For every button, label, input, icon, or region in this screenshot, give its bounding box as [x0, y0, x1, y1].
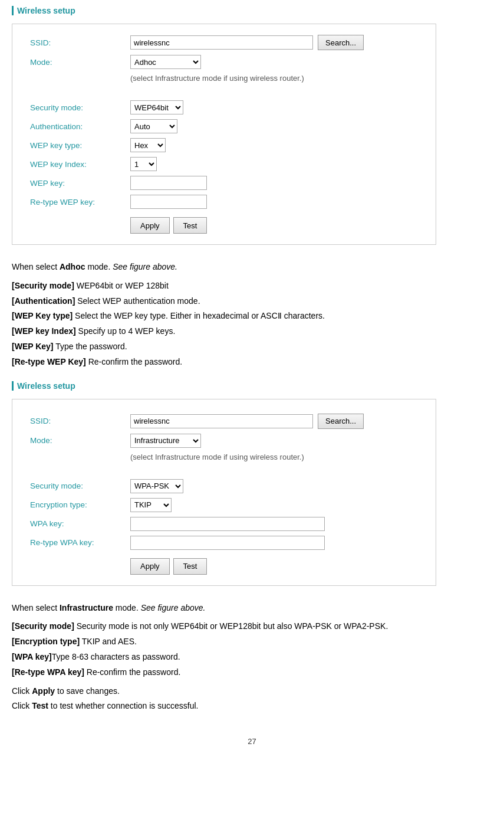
ssid-input-2[interactable]	[130, 414, 313, 428]
auth-row-1: Authentication: Auto Open Shared	[30, 119, 418, 133]
encrypt-label: Encryption type:	[30, 500, 130, 509]
security-select-1[interactable]: WEP64bit WEP128bit WPA-PSK WPA2-PSK None	[130, 100, 183, 114]
mode-note-1: (select Infrastructure mode if using wir…	[130, 74, 304, 83]
description-1: When select Adhoc mode. See figure above…	[12, 260, 492, 369]
desc1-line5: [WEP Key] Type the password.	[12, 340, 492, 354]
wep-key-index-select[interactable]: 1 2 3 4	[130, 157, 157, 171]
security-row-2: Security mode: WEP64bit WEP128bit WPA-PS…	[30, 479, 418, 493]
apply-button-2[interactable]: Apply	[130, 558, 170, 575]
mode-label-1: Mode:	[30, 58, 130, 67]
mode-select-2[interactable]: Adhoc Infrastructure	[130, 434, 201, 448]
wep-key-index-row: WEP key Index: 1 2 3 4	[30, 157, 418, 171]
mode-row-2: Mode: Adhoc Infrastructure	[30, 434, 418, 448]
desc1-line4: [WEP key Index] Specify up to 4 WEP keys…	[12, 325, 492, 339]
apply-button-1[interactable]: Apply	[130, 217, 170, 234]
wep-key-input[interactable]	[130, 176, 207, 190]
ssid-label: SSID:	[30, 38, 130, 47]
desc2-click2: Click Test to test whether connection is…	[12, 699, 492, 713]
desc2-line3: [WPA key]Type 8-63 characters as passwor…	[12, 650, 492, 664]
retype-wep-label: Re-type WEP key:	[30, 198, 130, 207]
security-row-1: Security mode: WEP64bit WEP128bit WPA-PS…	[30, 100, 418, 114]
retype-wep-input[interactable]	[130, 195, 207, 209]
mode-label-2: Mode:	[30, 436, 130, 445]
retype-wpa-row: Re-type WPA key:	[30, 536, 418, 550]
description-2: When select Infrastructure mode. See fig…	[12, 601, 492, 714]
security-label-1: Security mode:	[30, 103, 130, 112]
auth-select-1[interactable]: Auto Open Shared	[130, 119, 177, 133]
wireless-box-1: SSID: Search... Mode: Adhoc Infrastructu…	[12, 24, 436, 245]
ssid-label-2: SSID:	[30, 417, 130, 425]
desc2-line2: [Encryption type] TKIP and AES.	[12, 635, 492, 649]
wireless-box-2: SSID: Search... Mode: Adhoc Infrastructu…	[12, 399, 436, 586]
desc1-line6: [Re-type WEP Key] Re-confirm the passwor…	[12, 355, 492, 369]
desc2-line4: [Re-type WPA key] Re-confirm the passwor…	[12, 666, 492, 680]
retype-wpa-input[interactable]	[130, 536, 325, 550]
encrypt-select[interactable]: TKIP AES	[130, 498, 172, 512]
section1-title: Wireless setup	[12, 6, 492, 15]
desc1-intro-bold: Adhoc	[60, 262, 85, 271]
mode-select-1[interactable]: Adhoc Infrastructure	[130, 55, 201, 69]
button-row-1: Apply Test	[130, 217, 418, 234]
wep-key-index-label: WEP key Index:	[30, 160, 130, 169]
desc1-intro: When select Adhoc mode. See figure above…	[12, 260, 492, 274]
wep-key-row: WEP key:	[30, 176, 418, 190]
desc1-line3: [WEP Key type] Select the WEP key type. …	[12, 309, 492, 323]
search-button-2[interactable]: Search...	[318, 414, 364, 429]
mode-note-2: (select Infrastructure mode if using wir…	[130, 453, 304, 461]
desc2-intro-bold: Infrastructure	[60, 603, 113, 612]
security-label-2: Security mode:	[30, 481, 130, 490]
wpa-key-input[interactable]	[130, 517, 325, 531]
retype-wpa-label: Re-type WPA key:	[30, 538, 130, 547]
desc2-intro: When select Infrastructure mode. See fig…	[12, 601, 492, 615]
test-button-2[interactable]: Test	[173, 558, 207, 575]
mode-row-1: Mode: Adhoc Infrastructure	[30, 55, 418, 69]
search-button-1[interactable]: Search...	[318, 35, 364, 50]
security-select-2[interactable]: WEP64bit WEP128bit WPA-PSK WPA2-PSK None	[130, 479, 183, 493]
page-number: 27	[12, 737, 492, 746]
encrypt-row: Encryption type: TKIP AES	[30, 498, 418, 512]
desc1-line1: [Security mode] WEP64bit or WEP 128bit	[12, 279, 492, 293]
wep-key-type-row: WEP key type: Hex ASCII	[30, 138, 418, 152]
wep-key-type-select[interactable]: Hex ASCII	[130, 138, 166, 152]
button-row-2: Apply Test	[130, 558, 418, 575]
wep-key-type-label: WEP key type:	[30, 141, 130, 150]
desc1-line2: [Authentication] Select WEP authenticati…	[12, 294, 492, 309]
ssid-row-2: SSID: Search...	[30, 414, 418, 429]
ssid-row: SSID: Search...	[30, 35, 418, 50]
wpa-key-row: WPA key:	[30, 517, 418, 531]
desc2-line1: [Security mode] Security mode is not onl…	[12, 620, 492, 634]
retype-wep-row: Re-type WEP key:	[30, 195, 418, 209]
mode-note-row-2: (select Infrastructure mode if using wir…	[30, 453, 418, 468]
test-button-1[interactable]: Test	[173, 217, 207, 234]
section2-title: Wireless setup	[12, 381, 492, 391]
wpa-key-label: WPA key:	[30, 519, 130, 528]
mode-note-row-1: (select Infrastructure mode if using wir…	[30, 74, 418, 90]
ssid-input-1[interactable]	[130, 35, 313, 50]
auth-label-1: Authentication:	[30, 122, 130, 131]
desc2-click1: Click Apply to save changes.	[12, 684, 492, 699]
wep-key-label: WEP key:	[30, 179, 130, 188]
